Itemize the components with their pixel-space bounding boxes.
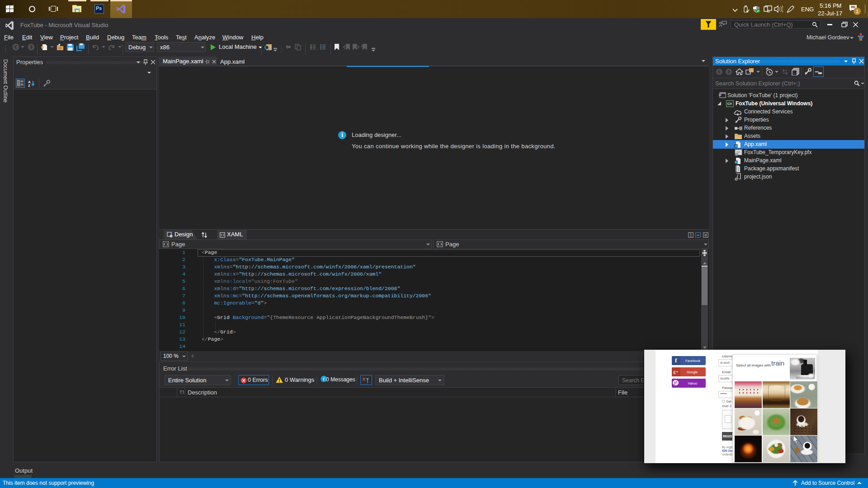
svg-text:i: i [323, 376, 325, 381]
svg-text:Z: Z [28, 84, 30, 87]
